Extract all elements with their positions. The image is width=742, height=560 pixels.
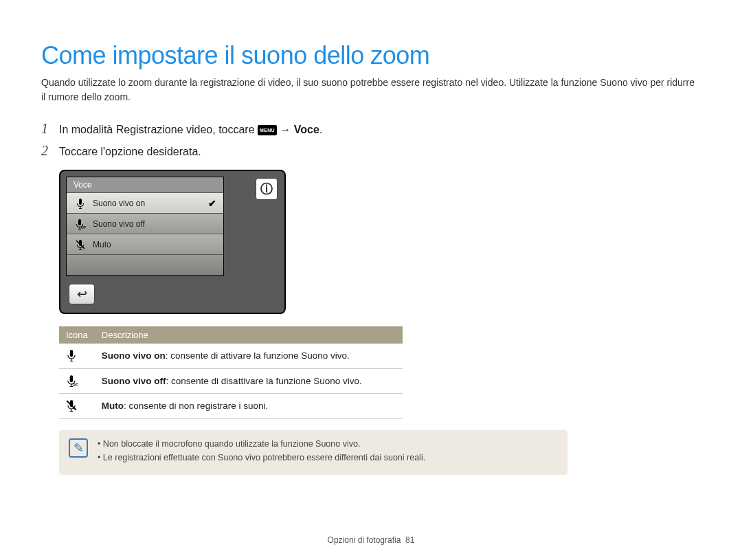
menu-item-label: Suono vivo on xyxy=(93,199,208,208)
page-footer: Opzioni di fotografia 81 xyxy=(41,535,701,545)
mic-off-icon: OFF xyxy=(74,219,87,229)
icon-description-table: Icona Descrizione Suono vivo on: consent… xyxy=(59,326,403,419)
menu-item-muto[interactable]: Muto xyxy=(67,234,223,255)
step-text: Toccare l'opzione desiderata. xyxy=(59,143,201,161)
row-rest: : consente di disattivare la funzione Su… xyxy=(166,376,362,386)
steps-list: 1 In modalità Registrazione video, tocca… xyxy=(41,121,701,160)
step-1-voce: Voce xyxy=(294,124,319,135)
table-row: OFF Suono vivo off: consente di disattiv… xyxy=(59,368,403,394)
note-item: Non bloccate il mocrofono quando utilizz… xyxy=(98,438,425,451)
check-icon: ✔ xyxy=(208,198,216,209)
menu-item-suono-vivo-on[interactable]: Suono vivo on ✔ xyxy=(67,193,223,214)
svg-text:OFF: OFF xyxy=(81,225,86,229)
row-bold: Muto xyxy=(102,401,124,411)
note-icon: ✎ xyxy=(69,438,88,458)
row-rest: : consente di non registrare i suoni. xyxy=(124,401,268,411)
row-bold: Suono vivo off xyxy=(102,376,166,386)
step-1-end: . xyxy=(319,124,322,135)
menu-header: Voce xyxy=(67,177,223,193)
row-description: Muto: consente di non registrare i suoni… xyxy=(95,394,403,419)
device-screenshot: Voce Suono vivo on ✔ OFF Suono vivo off … xyxy=(59,170,286,314)
note-box: ✎ Non bloccate il mocrofono quando utili… xyxy=(59,430,567,475)
table-header-description: Descrizione xyxy=(95,326,403,344)
menu-item-label: Muto xyxy=(93,240,216,249)
step-text: In modalità Registrazione video, toccare… xyxy=(59,121,322,139)
info-button[interactable] xyxy=(256,178,278,200)
row-icon-mic-mute xyxy=(59,394,95,419)
step-number: 1 xyxy=(41,121,59,137)
step-1-pre: In modalità Registrazione video, toccare xyxy=(59,124,258,135)
row-description: Suono vivo off: consente di disattivare … xyxy=(95,368,403,394)
step-2: 2 Toccare l'opzione desiderata. xyxy=(41,143,701,161)
mic-mute-icon xyxy=(74,239,87,250)
footer-page: 81 xyxy=(405,535,414,545)
row-bold: Suono vivo on xyxy=(102,350,166,361)
back-arrow-icon: ↩ xyxy=(77,287,87,302)
menu-badge-icon: MENU xyxy=(258,125,277,135)
intro-paragraph: Quando utilizzate lo zoom durante la reg… xyxy=(41,76,701,104)
footer-section: Opzioni di fotografia xyxy=(328,535,401,545)
row-icon-mic-on xyxy=(59,344,95,368)
step-1: 1 In modalità Registrazione video, tocca… xyxy=(41,121,701,139)
table-row: Suono vivo on: consente di attivare la f… xyxy=(59,344,403,368)
menu-item-label: Suono vivo off xyxy=(93,219,216,229)
voice-menu-panel: Voce Suono vivo on ✔ OFF Suono vivo off … xyxy=(66,177,224,276)
step-number: 2 xyxy=(41,143,59,159)
row-icon-mic-off: OFF xyxy=(59,368,95,394)
table-header-icon: Icona xyxy=(59,326,95,344)
arrow-text: → xyxy=(280,124,293,135)
mic-on-icon xyxy=(74,198,87,209)
row-description: Suono vivo on: consente di attivare la f… xyxy=(95,344,403,368)
menu-item-suono-vivo-off[interactable]: OFF Suono vivo off xyxy=(67,214,223,234)
note-list: Non bloccate il mocrofono quando utilizz… xyxy=(98,438,425,467)
menu-item-empty xyxy=(67,255,223,276)
page-title: Come impostare il suono dello zoom xyxy=(41,41,701,70)
info-icon xyxy=(260,181,273,197)
row-rest: : consente di attivare la funzione Suono… xyxy=(166,350,350,361)
note-item: Le registrazioni effettuate con Suono vi… xyxy=(98,452,425,464)
back-button[interactable]: ↩ xyxy=(69,284,95,304)
svg-text:OFF: OFF xyxy=(73,383,78,387)
table-row: Muto: consente di non registrare i suoni… xyxy=(59,394,403,419)
